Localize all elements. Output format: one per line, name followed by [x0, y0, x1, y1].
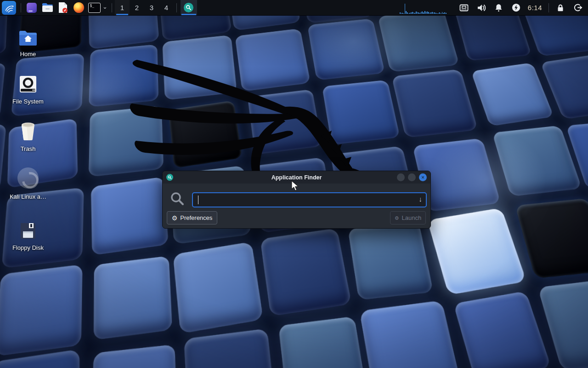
ethernet-icon[interactable] — [457, 0, 471, 15]
qterminal-icon — [27, 3, 37, 13]
application-finder-window: Application Finder ✕ ↓ ⚙ Preferences — [162, 171, 431, 229]
mouse-cursor — [291, 180, 299, 191]
gear-icon: ⚙ — [172, 215, 178, 221]
launcher-file-manager[interactable] — [40, 1, 54, 15]
desktop-root: Home File System — [0, 0, 588, 368]
launcher-firefox[interactable] — [72, 1, 85, 15]
clock[interactable]: 6:14 — [528, 4, 542, 12]
launcher-text-editor[interactable] — [56, 1, 70, 15]
launcher-terminal[interactable]: $_ — [87, 1, 101, 15]
desktop-icon-label: File System — [12, 98, 44, 105]
appfinder-icon — [184, 3, 193, 12]
notifications-icon[interactable] — [492, 0, 506, 15]
floppy-disk-icon — [19, 219, 37, 240]
power-manager-icon[interactable] — [509, 0, 523, 15]
search-row: ↓ — [163, 189, 430, 209]
minimize-button[interactable] — [397, 173, 405, 181]
launch-button[interactable]: ⚙ Launch — [390, 211, 426, 224]
applications-menu-button[interactable] — [2, 1, 16, 15]
lock-icon[interactable] — [554, 0, 567, 15]
kali-installer-icon — [17, 168, 39, 189]
filesystem-drive-icon — [19, 73, 37, 93]
workspace-label: 3 — [150, 4, 153, 12]
desktop-icon-home[interactable]: Home — [0, 26, 56, 58]
workspace-4[interactable]: 4 — [159, 0, 174, 15]
firefox-icon — [74, 2, 84, 13]
window-title: Application Finder — [163, 174, 430, 181]
desktop-icon-label: Floppy Disk — [12, 244, 44, 251]
panel-separator — [176, 3, 177, 12]
panel-separator — [112, 3, 112, 12]
dropdown-arrow-icon[interactable]: ↓ — [419, 196, 423, 202]
maximize-button[interactable] — [408, 173, 416, 181]
preferences-button[interactable]: ⚙ Preferences — [167, 211, 217, 224]
desktop-icon-label: Trash — [21, 145, 36, 152]
trash-icon — [19, 121, 37, 141]
text-caret — [198, 196, 198, 204]
appfinder-window-icon — [166, 174, 173, 181]
launch-gears-icon: ⚙ — [395, 215, 399, 221]
workspace-3[interactable]: 3 — [144, 0, 159, 15]
search-icon — [170, 191, 185, 208]
workspace-2[interactable]: 2 — [130, 0, 144, 15]
button-row: ⚙ Preferences ⚙ Launch — [163, 211, 430, 224]
taskbar-button-appfinder[interactable] — [181, 0, 197, 15]
panel-separator — [548, 3, 549, 12]
panel-separator — [21, 3, 21, 12]
search-input[interactable] — [192, 192, 427, 207]
workspace-label: 4 — [164, 4, 168, 12]
workspace-label: 2 — [135, 4, 139, 12]
desktop-icon-floppy[interactable]: Floppy Disk — [0, 219, 56, 251]
top-panel: $_ ⌄ 1 2 3 4 — [0, 0, 588, 16]
desktop-icon-trash[interactable]: Trash — [0, 121, 56, 152]
home-folder-icon — [18, 26, 38, 46]
workspace-1[interactable]: 1 — [115, 0, 130, 15]
volume-icon[interactable] — [475, 0, 488, 15]
launcher-qterminal[interactable] — [25, 1, 39, 15]
launch-label: Launch — [402, 214, 422, 221]
close-button[interactable]: ✕ — [419, 173, 427, 181]
window-controls: ✕ — [397, 173, 427, 181]
chevron-down-icon[interactable]: ⌄ — [102, 3, 107, 10]
text-editor-icon — [58, 2, 68, 13]
desktop-icon-label: Kali Linux a… — [10, 193, 46, 200]
workspace-label: 1 — [120, 4, 124, 12]
file-manager-icon — [42, 3, 53, 12]
kali-logo-icon — [4, 2, 15, 13]
desktop-icon-filesystem[interactable]: File System — [0, 73, 56, 105]
desktop-icon-kali-installer[interactable]: Kali Linux a… — [0, 168, 56, 200]
desktop-icon-label: Home — [20, 51, 36, 58]
cpu-graph[interactable] — [399, 0, 447, 15]
terminal-icon: $_ — [88, 3, 101, 13]
logout-icon[interactable] — [571, 0, 585, 15]
terminal-prompt-glyph: $_ — [90, 4, 95, 8]
preferences-label: Preferences — [180, 214, 212, 221]
